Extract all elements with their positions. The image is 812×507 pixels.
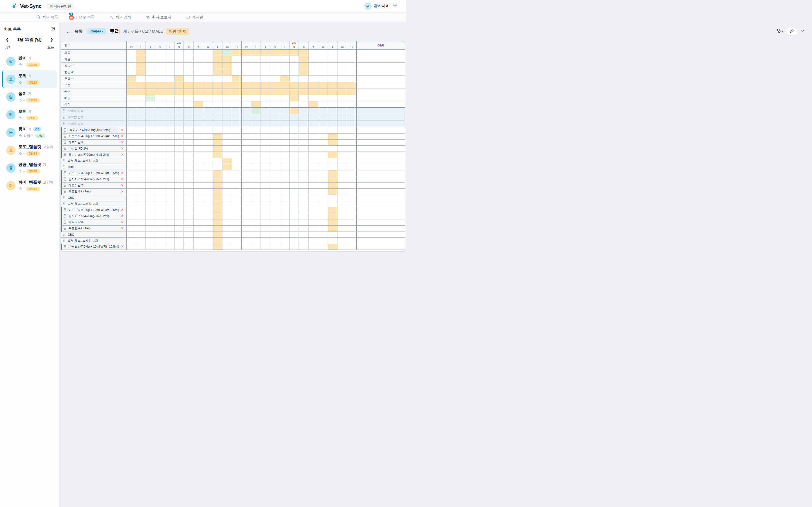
medication-cell[interactable] — [194, 226, 203, 231]
medication-cell[interactable] — [184, 146, 194, 152]
medication-cell[interactable] — [203, 201, 213, 207]
medication-cell[interactable] — [155, 140, 165, 146]
medication-row-label[interactable]: CBC — [61, 232, 126, 238]
medication-cell[interactable] — [232, 133, 242, 139]
medication-cell[interactable] — [242, 189, 251, 194]
medication-row-label[interactable]: 마보실 FD 1% ✕ — [61, 146, 126, 152]
medication-cell[interactable] — [270, 164, 280, 170]
medication-cell[interactable] — [299, 244, 309, 249]
medication-cell[interactable] — [222, 127, 232, 133]
remove-medication-button[interactable]: ✕ — [121, 227, 124, 230]
medication-cell[interactable] — [309, 140, 318, 146]
medication-cell[interactable] — [328, 244, 338, 249]
vital-cell[interactable] — [338, 75, 347, 82]
medication-cell[interactable] — [328, 195, 338, 201]
medication-cell[interactable] — [270, 207, 280, 213]
medication-cell[interactable] — [174, 176, 184, 182]
medication-cell[interactable] — [309, 133, 318, 139]
vital-cell[interactable] — [194, 75, 203, 82]
vital-cell[interactable] — [242, 95, 251, 101]
drag-handle-icon[interactable] — [64, 134, 66, 138]
medication-cell[interactable] — [232, 244, 242, 249]
medication-cell[interactable] — [155, 238, 165, 244]
medication-cell[interactable] — [251, 213, 261, 219]
medication-cell[interactable] — [165, 238, 174, 244]
fluid-cell[interactable] — [222, 108, 232, 114]
vital-cell[interactable] — [165, 56, 174, 62]
vital-cell[interactable] — [222, 50, 232, 56]
drag-handle-icon[interactable] — [63, 202, 65, 206]
medication-cell[interactable] — [213, 176, 222, 182]
oar-cell[interactable] — [357, 195, 405, 201]
medication-cell[interactable] — [261, 238, 270, 244]
medication-row-label[interactable]: 메트리날주 ✕ — [61, 219, 126, 225]
medication-cell[interactable] — [222, 232, 232, 238]
medication-cell[interactable] — [290, 152, 299, 158]
medication-cell[interactable] — [146, 152, 155, 158]
fluid-cell[interactable] — [318, 121, 328, 127]
medication-cell[interactable] — [165, 244, 174, 249]
medication-cell[interactable] — [146, 226, 155, 231]
medication-cell[interactable] — [126, 152, 136, 158]
medication-cell[interactable] — [213, 189, 222, 194]
medication-cell[interactable] — [347, 176, 357, 182]
medication-cell[interactable] — [290, 164, 299, 170]
medication-cell[interactable] — [328, 232, 338, 238]
nav-board[interactable]: 게시판 — [186, 15, 203, 20]
medication-cell[interactable] — [232, 170, 242, 176]
vital-cell[interactable] — [299, 89, 309, 95]
collapse-panel-icon[interactable] — [50, 26, 55, 32]
medication-cell[interactable] — [347, 244, 357, 249]
medication-cell[interactable] — [136, 244, 146, 249]
patient-list-item[interactable]: 뽀 뽀삐 개 - 7/30 — [2, 106, 57, 123]
medication-cell[interactable] — [318, 238, 328, 244]
vital-cell[interactable] — [318, 101, 328, 107]
remove-medication-button[interactable]: ✕ — [121, 190, 124, 193]
vital-row-label[interactable]: 심박수 — [61, 62, 126, 69]
vital-cell[interactable] — [146, 75, 155, 82]
medication-cell[interactable] — [280, 164, 290, 170]
medication-cell[interactable] — [194, 164, 203, 170]
fluid-cell[interactable] — [165, 108, 174, 114]
fluid-cell[interactable] — [328, 114, 338, 121]
medication-cell[interactable] — [184, 207, 194, 213]
vital-cell[interactable] — [146, 101, 155, 107]
oar-cell[interactable] — [357, 213, 405, 219]
fluid-cell[interactable] — [270, 121, 280, 127]
fluid-row-label[interactable]: 수액명 입력 — [61, 121, 126, 127]
vital-cell[interactable] — [347, 82, 357, 88]
vital-cell[interactable] — [347, 56, 357, 62]
vital-cell[interactable] — [174, 62, 184, 69]
medication-cell[interactable] — [136, 201, 146, 207]
fluid-cell[interactable] — [194, 108, 203, 114]
medication-cell[interactable] — [222, 170, 232, 176]
medication-cell[interactable] — [194, 127, 203, 133]
medication-cell[interactable] — [174, 158, 184, 164]
medication-cell[interactable] — [184, 201, 194, 207]
vital-cell[interactable] — [299, 62, 309, 69]
medication-cell[interactable] — [165, 182, 174, 188]
medication-cell[interactable] — [280, 232, 290, 238]
fluid-cell[interactable] — [232, 121, 242, 127]
medication-cell[interactable] — [338, 213, 347, 219]
vital-cell[interactable] — [194, 95, 203, 101]
vital-cell[interactable] — [222, 82, 232, 88]
vital-cell[interactable] — [136, 101, 146, 107]
medication-cell[interactable] — [146, 219, 155, 225]
drag-handle-icon[interactable] — [64, 147, 66, 151]
fluid-cell[interactable] — [213, 114, 222, 121]
medication-cell[interactable] — [232, 127, 242, 133]
remove-medication-button[interactable]: ✕ — [121, 172, 124, 175]
vital-cell[interactable] — [232, 89, 242, 95]
oar-cell[interactable] — [357, 164, 405, 170]
medication-cell[interactable] — [270, 140, 280, 146]
medication-cell[interactable] — [126, 244, 136, 249]
vital-cell[interactable] — [213, 75, 222, 82]
vital-cell[interactable] — [126, 50, 136, 56]
vital-cell[interactable] — [203, 82, 213, 88]
medication-cell[interactable] — [136, 176, 146, 182]
medication-cell[interactable] — [338, 244, 347, 249]
drag-handle-icon[interactable] — [64, 171, 66, 175]
medication-cell[interactable] — [165, 158, 174, 164]
vital-cell[interactable] — [299, 75, 309, 82]
